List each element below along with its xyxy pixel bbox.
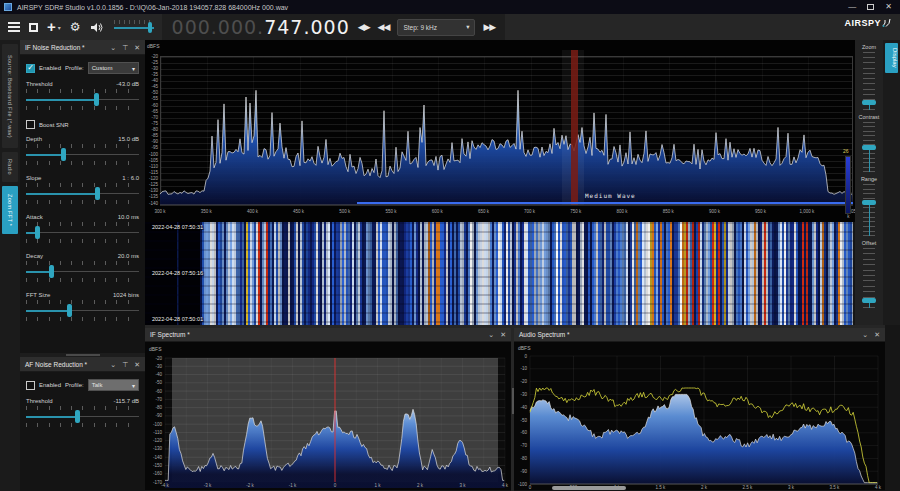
slider-slope: Slope1 : 6.0 <box>20 172 145 211</box>
chevron-down-icon: ▾ <box>466 23 469 31</box>
slider-thumb[interactable] <box>61 148 66 161</box>
slider-track[interactable] <box>26 265 139 278</box>
offset-slider[interactable] <box>862 248 876 308</box>
af-nr-profile-select[interactable]: Talk ▾ <box>88 379 139 391</box>
close-icon[interactable]: ✕ <box>134 44 140 51</box>
x-tick-label: 600 k <box>432 209 443 214</box>
stop-button[interactable] <box>29 23 38 32</box>
contrast-slider[interactable] <box>862 122 876 172</box>
step-dropdown[interactable]: Step: 9 kHz ▾ <box>397 19 475 36</box>
pin-icon[interactable]: ⊤ <box>122 361 128 368</box>
window-title: AIRSPY SDR# Studio v1.0.0.1856 - D:\IQ\0… <box>17 4 288 11</box>
signal-meter-bar[interactable] <box>845 156 851 214</box>
restore-icon[interactable] <box>867 4 874 10</box>
slider-thumb[interactable] <box>49 265 54 278</box>
frequency-display[interactable]: 000.000.747.000 ◀▶ ◀◀ Step: 9 kHz ▾ ▶▶ <box>162 14 506 40</box>
y-tick-label: -130 <box>148 446 162 451</box>
sidebar-tab-zoom-fft[interactable]: Zoom FFT * <box>2 186 18 234</box>
offset-slider-thumb[interactable] <box>862 298 876 303</box>
slider-decay: Decay20.0 ms <box>20 250 145 289</box>
af-nr-enabled-checkbox[interactable] <box>26 381 35 390</box>
sidebar-tab-source-baseband-file-wav[interactable]: Source: Baseband File (*.wav) <box>2 44 18 148</box>
close-icon[interactable]: ✕ <box>874 331 880 338</box>
collapse-chevron-icon[interactable]: ⌄ <box>488 331 494 338</box>
slider-track[interactable] <box>26 226 139 239</box>
if-nr-enabled-checkbox[interactable] <box>26 64 35 73</box>
close-icon[interactable]: ✕ <box>500 331 506 338</box>
if-noise-reduction-panel: IF Noise Reduction * ⌄ ⊤ ✕ Enabled Profi… <box>20 40 145 353</box>
y-tick-label: -50 <box>514 418 527 423</box>
audio-spectrum-header[interactable]: Audio Spectrum * ⌄ ✕ <box>514 328 885 342</box>
volume-slider[interactable] <box>114 20 154 34</box>
zoom-slider-thumb[interactable] <box>862 100 876 105</box>
y-tick-label: -35 <box>145 72 158 77</box>
if-spectrum-header[interactable]: IF Spectrum * ⌄ ✕ <box>145 328 511 342</box>
slider-track[interactable] <box>26 148 139 161</box>
contrast-slider-thumb[interactable] <box>862 145 876 150</box>
close-icon[interactable]: ✕ <box>134 361 140 368</box>
close-icon[interactable]: ✕ <box>885 3 892 11</box>
y-tick-label: -60 <box>514 430 527 435</box>
slider-thumb[interactable] <box>94 93 99 106</box>
if-spectrum-body[interactable]: dBFS -20-30-40-50-60-70-80-90-100-110-12… <box>145 342 511 490</box>
if-nr-profile-select[interactable]: Custom ▾ <box>88 62 139 74</box>
slider-track[interactable] <box>26 410 139 423</box>
range-slider-thumb[interactable] <box>862 200 876 205</box>
slider-attack: Attack10.0 ms <box>20 211 145 250</box>
y-tick-label: -100 <box>148 422 162 427</box>
pin-icon[interactable]: ⊤ <box>122 44 128 51</box>
if-nr-header[interactable]: IF Noise Reduction * ⌄ ⊤ ✕ <box>20 40 145 55</box>
slider-thumb[interactable] <box>75 410 80 423</box>
if-nr-slider-threshold: Threshold-43.0 dB <box>20 78 145 117</box>
tune-left-right-icons[interactable]: ◀▶ <box>358 22 370 32</box>
y-tick-label: -140 <box>145 201 158 206</box>
y-tick-label: -40 <box>148 372 162 377</box>
resize-handle[interactable] <box>552 486 626 490</box>
fast-forward-icon[interactable]: ▶▶ <box>483 22 495 32</box>
menu-icon[interactable] <box>8 22 20 32</box>
boost-snr-checkbox[interactable] <box>26 120 35 129</box>
chevron-down-icon: ▾ <box>132 382 135 389</box>
rewind-icon[interactable]: ◀◀ <box>378 22 390 32</box>
slider-thumb[interactable] <box>95 187 100 200</box>
settings-gear-icon[interactable]: ⚙ <box>70 20 81 34</box>
slider-value: -115.7 dB <box>113 398 139 404</box>
audio-spectrum-body[interactable]: dBFS 0-10-20-30-40-50-60-70-80-90-100 05… <box>514 342 885 490</box>
range-slider[interactable] <box>862 184 876 236</box>
slider-thumb[interactable] <box>35 226 40 239</box>
tab-display[interactable]: Display <box>885 43 898 73</box>
add-button[interactable]: + <box>47 21 56 33</box>
slider-depth: Depth15.0 dB <box>20 133 145 172</box>
y-tick-label: -30 <box>148 364 162 369</box>
slider-track[interactable] <box>26 93 139 106</box>
left-panel-splitter[interactable] <box>20 353 145 357</box>
slider-track[interactable] <box>26 187 139 200</box>
zoom-slider[interactable] <box>862 52 876 110</box>
add-dropdown-icon[interactable]: ▾ <box>58 24 61 31</box>
collapse-chevron-icon[interactable]: ⌄ <box>110 361 116 368</box>
main-spectrum-display[interactable]: dBFS -20-25-30-35-40-45-50-55-60-65-70-7… <box>145 40 855 222</box>
sidebar-tab-radio[interactable]: Radio <box>2 152 18 182</box>
x-tick-label: 3 k <box>459 483 465 488</box>
af-nr-header[interactable]: AF Noise Reduction * ⌄ ⊤ ✕ <box>20 357 145 372</box>
slider-label: Slope <box>26 175 41 181</box>
x-tick-label: 1 k <box>374 483 380 488</box>
y-tick-label: -50 <box>148 380 162 385</box>
slider-thumb[interactable] <box>67 304 72 317</box>
slider-fft-size: FFT Size1024 bins <box>20 289 145 328</box>
slider-track[interactable] <box>26 304 139 317</box>
slider-label: FFT Size <box>26 292 50 298</box>
minimize-icon[interactable]: — <box>848 3 856 11</box>
y-tick-label: -70 <box>145 115 158 120</box>
y-tick-label: -85 <box>145 133 158 138</box>
y-tick-label: -60 <box>148 389 162 394</box>
volume-thumb[interactable] <box>148 22 152 33</box>
if-y-axis-unit: dBFS <box>149 346 162 352</box>
right-tab-strip: Display <box>883 40 900 325</box>
waterfall-display[interactable]: 2022-04-28 07:50:312022-04-28 07:50:1620… <box>145 222 853 325</box>
main-spectrum-plot[interactable] <box>145 40 855 222</box>
speaker-icon[interactable] <box>90 22 103 33</box>
x-tick-label: 850 k <box>663 209 674 214</box>
collapse-chevron-icon[interactable]: ⌄ <box>862 331 868 338</box>
collapse-chevron-icon[interactable]: ⌄ <box>110 44 116 51</box>
